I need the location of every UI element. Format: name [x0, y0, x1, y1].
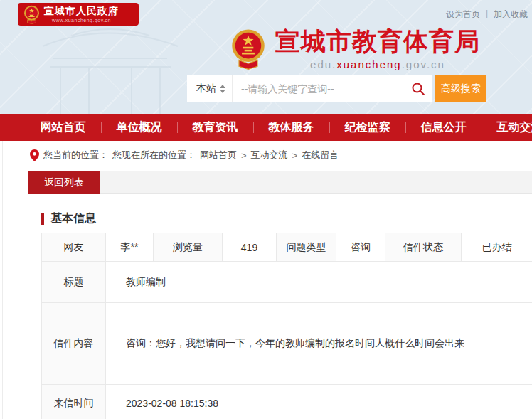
bureau-brand: 宣城市教育体育局 edu.xuancheng.gov.cn	[230, 26, 480, 70]
breadcrumb-prefix: 您当前的位置：	[43, 149, 108, 161]
nav-item-overview[interactable]: 单位概况	[101, 114, 177, 141]
add-favorite-link[interactable]: 加入收藏	[494, 9, 528, 21]
nav-item-discipline[interactable]: 纪检监察	[329, 114, 405, 141]
search-scope-select[interactable]: 本站	[187, 83, 232, 95]
domain-suffix: .gov.cn	[402, 58, 445, 70]
page: 宣城市人民政府 www.xuancheng.gov.cn 设为首页 | 加入收藏…	[0, 0, 532, 419]
netizen-value: 李**	[106, 233, 154, 262]
city-government-logo-text: 宣城市人民政府 www.xuancheng.gov.cn	[44, 6, 119, 23]
status-label: 信件状态	[385, 233, 462, 262]
breadcrumb-link-interaction[interactable]: 互动交流	[251, 149, 288, 161]
advanced-search-button[interactable]: 高级搜索	[435, 75, 486, 102]
breadcrumb-link-home[interactable]: 网站首页	[200, 149, 237, 161]
breadcrumb-separator: >	[292, 150, 298, 161]
breadcrumb-link-messages[interactable]: 在线留言	[302, 149, 339, 161]
letter-detail-table: 网友 李** 浏览量 419 问题类型 咨询 信件状态 已办结 标题 教师编制 …	[41, 233, 532, 419]
table-row: 网友 李** 浏览量 419 问题类型 咨询 信件状态 已办结	[42, 233, 532, 262]
national-emblem-icon	[230, 28, 267, 70]
national-emblem-icon	[23, 5, 41, 24]
city-government-logo[interactable]: 宣城市人民政府 www.xuancheng.gov.cn	[18, 3, 139, 26]
section-title-text: 基本信息	[50, 211, 96, 226]
section-accent-bar	[41, 213, 44, 225]
city-government-title: 宣城市人民政府	[44, 6, 119, 16]
breadcrumb-separator: >	[241, 150, 247, 161]
subject-label: 标题	[42, 262, 106, 303]
breadcrumb: 您当前的位置： 您现在所在的位置： 网站首页 > 互动交流 > 在线留言	[0, 141, 532, 161]
netizen-label: 网友	[42, 233, 106, 262]
subject-value: 教师编制	[106, 262, 532, 303]
city-government-url: www.xuancheng.gov.cn	[52, 18, 111, 23]
main-nav: 网站首页 单位概况 教育资讯 教体服务 纪检监察 信息公开 互动交流	[0, 114, 532, 141]
back-to-list-button[interactable]: 返回列表	[28, 171, 100, 194]
domain-highlight: xuancheng	[336, 58, 401, 70]
bureau-domain: edu.xuancheng.gov.cn	[275, 58, 480, 70]
section-title: 基本信息	[41, 211, 532, 226]
spinner-arrows-icon	[220, 85, 225, 93]
status-value: 已办结	[462, 233, 532, 262]
content-label: 信件内容	[42, 303, 106, 385]
domain-prefix: edu.	[310, 58, 336, 70]
breadcrumb-label: 您现在所在的位置：	[112, 149, 196, 161]
table-row: 来信时间 2023-02-08 18:15:38	[42, 385, 532, 419]
quick-links-divider: |	[486, 9, 488, 21]
set-homepage-link[interactable]: 设为首页	[446, 9, 480, 21]
quick-links: 设为首页 | 加入收藏	[446, 9, 528, 21]
views-label: 浏览量	[154, 233, 223, 262]
type-value: 咨询	[336, 233, 385, 262]
nav-item-home[interactable]: 网站首页	[25, 114, 101, 141]
search-input[interactable]	[233, 75, 404, 102]
nav-item-news[interactable]: 教育资讯	[177, 114, 253, 141]
search-scope-label: 本站	[196, 83, 216, 95]
views-value: 419	[223, 233, 277, 262]
search-box: 本站	[187, 75, 432, 102]
search-button[interactable]	[404, 75, 432, 102]
site-header: 宣城市人民政府 www.xuancheng.gov.cn 设为首页 | 加入收藏…	[0, 0, 532, 114]
type-label: 问题类型	[277, 233, 336, 262]
nav-item-services[interactable]: 教体服务	[253, 114, 329, 141]
table-row: 信件内容 咨询：您好，我想请问一下，今年的教师编制的报名时间大概什么时间会出来	[42, 303, 532, 385]
content-value: 咨询：您好，我想请问一下，今年的教师编制的报名时间大概什么时间会出来	[106, 303, 532, 385]
bureau-brand-text: 宣城市教育体育局 edu.xuancheng.gov.cn	[275, 26, 480, 70]
nav-item-interaction[interactable]: 互动交流	[482, 114, 532, 141]
date-label: 来信时间	[42, 385, 106, 419]
search-bar: 本站 高级搜索	[187, 75, 486, 102]
location-pin-icon	[30, 149, 39, 161]
nav-item-disclosure[interactable]: 信息公开	[405, 114, 482, 141]
search-icon	[411, 82, 425, 96]
date-value: 2023-02-08 18:15:38	[106, 385, 532, 419]
list-toolbar: 返回列表	[28, 171, 532, 194]
bureau-title: 宣城市教育体育局	[275, 26, 480, 57]
content-area: 您当前的位置： 您现在所在的位置： 网站首页 > 互动交流 > 在线留言 返回列…	[0, 141, 532, 419]
table-row: 标题 教师编制	[42, 262, 532, 303]
